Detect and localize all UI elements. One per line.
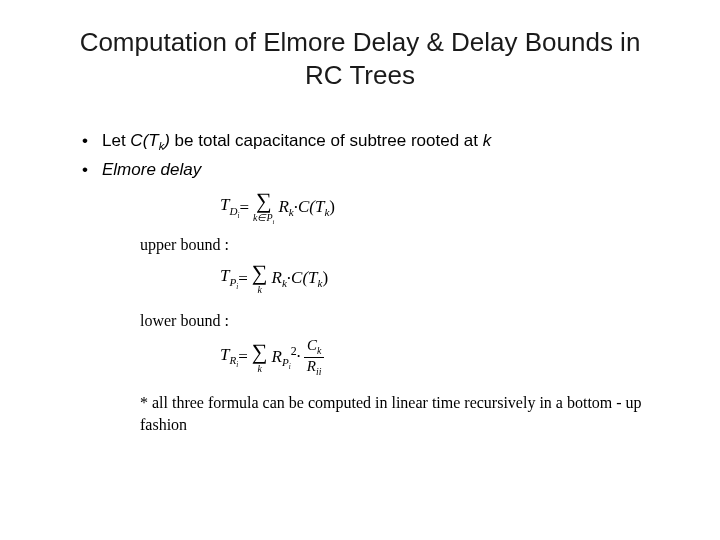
label-lower-bound: lower bound :	[140, 312, 650, 330]
bullet-2: • Elmore delay	[80, 157, 660, 183]
fraction: Ck Rii	[304, 338, 325, 377]
eq3-R: R	[272, 346, 282, 365]
eq3-sum-under: k	[257, 364, 261, 374]
equation-lower-bound: TRi = ∑ k RPi2 · Ck Rii	[140, 338, 650, 377]
sigma-icon: ∑ k∈Pi	[253, 190, 274, 226]
bullet-list: • Let C(Tk) be total capacitance of subt…	[80, 128, 660, 184]
eq1-sum-under-sub: i	[273, 218, 275, 225]
bullet-2-text: Elmore delay	[102, 157, 660, 183]
bullet-1-var: k	[483, 131, 492, 150]
bullet-1-rest: be total capacitance of subtree rooted a…	[170, 131, 483, 150]
equation-upper-bound: TPi = ∑ k Rk · C(Tk)	[140, 262, 650, 295]
bullet-1-pre: Let	[102, 131, 130, 150]
bullet-1: • Let C(Tk) be total capacitance of subt…	[80, 128, 660, 155]
eq1-C-close: )	[329, 197, 335, 216]
bullet-1-sym: C(T	[130, 131, 158, 150]
slide-title: Computation of Elmore Delay & Delay Boun…	[0, 26, 720, 91]
eq3-frac-num-sub: k	[317, 345, 321, 356]
sigma-icon: ∑ k	[252, 341, 268, 374]
bullet-1-text: Let C(Tk) be total capacitance of subtre…	[102, 128, 660, 155]
eq2-C-close: )	[322, 268, 328, 287]
eq2-sum-under: k	[257, 285, 261, 295]
bullet-dot-icon: •	[80, 128, 102, 154]
eq3-frac-num: C	[307, 337, 317, 353]
eq3-frac-den: R	[307, 358, 316, 374]
bullet-dot-icon: •	[80, 157, 102, 183]
eq1-R: R	[278, 197, 288, 216]
sigma-icon: ∑ k	[252, 262, 268, 295]
eq3-frac-den-sub: ii	[316, 366, 321, 377]
eq3-R-sub: P	[282, 356, 289, 368]
eq3-R-subsub: i	[289, 363, 291, 371]
eq3-dot: ·	[297, 347, 301, 367]
equation-elmore: TDi = ∑ k∈Pi Rk · C(Tk)	[140, 190, 650, 226]
slide: Computation of Elmore Delay & Delay Boun…	[0, 0, 720, 540]
eq2-C: C(T	[291, 268, 317, 287]
eq3-equals: =	[238, 347, 248, 367]
eq1-sum-under: k∈P	[253, 212, 273, 223]
eq2-equals: =	[238, 269, 248, 289]
eq1-equals: =	[239, 198, 249, 218]
eq2-R: R	[272, 268, 282, 287]
eq1-C: C(T	[298, 197, 324, 216]
label-upper-bound: upper bound :	[140, 236, 650, 254]
footnote: * all three formula can be computed in l…	[140, 392, 650, 437]
